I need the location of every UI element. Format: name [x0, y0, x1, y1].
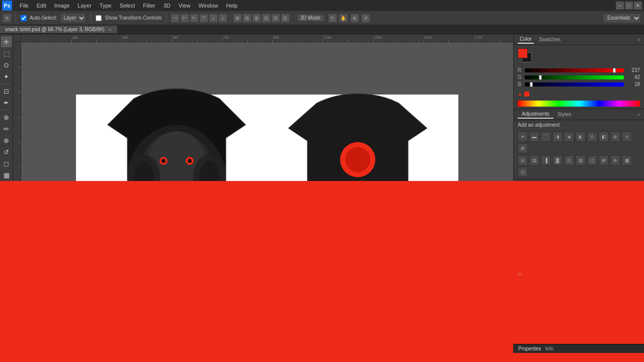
adj-invert-icon[interactable]: ⊟	[518, 155, 528, 165]
auto-select-dropdown[interactable]: Layer	[60, 13, 86, 23]
distribute-center-h-icon[interactable]: ⊞	[243, 14, 251, 22]
adj-levels-icon[interactable]: ▬	[529, 132, 539, 142]
align-middle-icon[interactable]: ⊥	[209, 14, 217, 22]
menu-type[interactable]: Type	[96, 2, 115, 10]
adj-bw-icon[interactable]: ◧	[599, 132, 609, 142]
minimize-button[interactable]: ─	[616, 2, 624, 10]
workspace-select[interactable]: Essentials	[603, 13, 641, 23]
info-tab[interactable]: Info	[543, 345, 556, 352]
menu-3d[interactable]: 3D	[160, 2, 174, 10]
align-top-icon[interactable]: ⊤	[200, 14, 208, 22]
color-tab[interactable]: Color	[518, 35, 534, 44]
distribute-right-icon[interactable]: ⊞	[253, 14, 261, 22]
distribute-middle-icon[interactable]: ⊟	[272, 14, 280, 22]
color-swatch-pair	[518, 48, 534, 62]
eyedropper-tool[interactable]: ✒	[1, 97, 12, 108]
menu-edit[interactable]: Edit	[33, 2, 50, 10]
green-thumb[interactable]	[539, 75, 542, 80]
properties-tab[interactable]: Properties	[516, 345, 543, 352]
eraser-tool[interactable]: ◻	[1, 158, 12, 169]
menu-window[interactable]: Window	[195, 2, 221, 10]
layers-panel: Layers Channels Paths Character Paragrap…	[514, 179, 644, 353]
align-right-icon[interactable]: ⊢	[190, 14, 198, 22]
warning-color-box	[524, 92, 529, 97]
menu-image[interactable]: Image	[51, 2, 73, 10]
adj-colorbalance-icon[interactable]: ⊙	[587, 132, 597, 142]
clone-stamp-tool[interactable]: ⊗	[1, 135, 12, 146]
menu-file[interactable]: File	[16, 2, 32, 10]
menu-select[interactable]: Select	[116, 2, 139, 10]
blue-thumb[interactable]	[530, 82, 533, 87]
adj-extra5-icon[interactable]: ▩	[622, 155, 632, 165]
layer0-visibility: 👁	[516, 270, 524, 279]
adj-photofil-icon[interactable]: ⊕	[610, 132, 620, 142]
distribute-left-icon[interactable]: ⊞	[233, 14, 242, 22]
adj-posterize-icon[interactable]: ▤	[529, 155, 539, 165]
adj-vibrance-icon[interactable]: ◈	[564, 132, 574, 142]
magic-wand-tool[interactable]: ✦	[1, 71, 12, 82]
distribute-bottom-icon[interactable]: ⊟	[281, 14, 289, 22]
3d-mode-label[interactable]: 3D Mode:	[296, 14, 325, 22]
spot-heal-tool[interactable]: ⊕	[1, 112, 12, 123]
swatches-tab[interactable]: Swatches	[537, 36, 562, 43]
menu-filter[interactable]: Filter	[139, 2, 158, 10]
adj-curves-icon[interactable]: ⌒	[541, 132, 551, 142]
adj-extra6-icon[interactable]: ◫	[518, 167, 528, 177]
3d-roll-icon[interactable]: ↺	[362, 14, 370, 22]
move-tool[interactable]: ✛	[1, 36, 12, 47]
adj-extra3-icon[interactable]: ⊠	[599, 155, 609, 165]
tab-close-button[interactable]: ✕	[108, 27, 112, 32]
selection-tool[interactable]: ⬚	[1, 48, 12, 59]
close-button[interactable]: ✕	[634, 2, 642, 10]
adj-exposure-icon[interactable]: ◑	[552, 132, 562, 142]
adj-extra4-icon[interactable]: ⊗	[610, 155, 620, 165]
history-brush-tool[interactable]: ↺	[1, 146, 12, 157]
lasso-tool[interactable]: ⊙	[1, 59, 12, 70]
svg-point-23	[345, 147, 370, 172]
adj-gradmap-icon[interactable]: ▓	[552, 155, 562, 165]
separator-1	[16, 13, 16, 23]
menu-view[interactable]: View	[175, 2, 194, 10]
green-label: G	[518, 74, 523, 80]
adj-channelmix-icon[interactable]: ≡	[622, 132, 632, 142]
crop-tool[interactable]: ⊡	[1, 85, 12, 97]
color-preview-row	[514, 45, 644, 65]
options-bar: ✛ Auto-Select: Layer Show Transform Cont…	[0, 11, 644, 25]
menu-layer[interactable]: Layer	[74, 2, 95, 10]
adj-icons-row-1: ☀ ▬ ⌒ ◑ ◈ ◐ ⊙ ◧ ⊕ ≡ ⊞	[514, 130, 644, 155]
adj-threshold-icon[interactable]: ▐	[541, 155, 551, 165]
3d-pan-icon[interactable]: ✋	[340, 14, 348, 22]
prop-info-bar: Properties Info	[513, 344, 644, 353]
tab-document[interactable]: snack tshirt.psd @ 66.7% (Layer 3, RGB/8…	[0, 26, 118, 33]
brush-tool[interactable]: ✏	[1, 123, 12, 134]
color-panel-collapse[interactable]: ≡	[637, 37, 640, 42]
layer-row-3[interactable]: 👁 Layer 3	[514, 253, 644, 267]
red-thumb[interactable]	[613, 68, 616, 73]
adj-selective-icon[interactable]: ⊡	[564, 155, 574, 165]
adj-extra1-icon[interactable]: ▨	[576, 155, 586, 165]
fg-color-swatch[interactable]	[518, 48, 528, 58]
adj-colormatch-icon[interactable]: ⊞	[518, 143, 528, 153]
3d-rotate-icon[interactable]: ↻	[329, 14, 337, 22]
maximize-button[interactable]: □	[625, 2, 633, 10]
window-controls: ─ □ ✕	[616, 2, 642, 10]
gradient-tool[interactable]: ▦	[1, 169, 12, 180]
align-center-h-icon[interactable]: ⊢	[181, 14, 189, 22]
adjustments-tab[interactable]: Adjustments	[518, 110, 553, 119]
svg-point-6	[162, 159, 166, 163]
menu-help[interactable]: Help	[223, 2, 242, 10]
move-tool-icon[interactable]: ✛	[3, 14, 11, 22]
color-spectrum[interactable]	[518, 101, 640, 107]
align-bottom-icon[interactable]: ⊥	[219, 14, 227, 22]
3d-zoom-icon[interactable]: ⊕	[351, 14, 359, 22]
styles-tab[interactable]: Styles	[553, 111, 575, 118]
show-transform-checkbox[interactable]	[96, 15, 102, 21]
adj-hue-icon[interactable]: ◐	[576, 132, 586, 142]
adj-collapse[interactable]: ≡	[637, 112, 640, 117]
adj-brightness-icon[interactable]: ☀	[518, 132, 528, 142]
tool-sep-1	[2, 83, 11, 84]
auto-select-checkbox[interactable]	[21, 15, 27, 21]
align-left-icon[interactable]: ⊣	[171, 14, 179, 22]
distribute-top-icon[interactable]: ⊟	[262, 14, 270, 22]
adj-extra2-icon[interactable]: ◫	[587, 155, 597, 165]
